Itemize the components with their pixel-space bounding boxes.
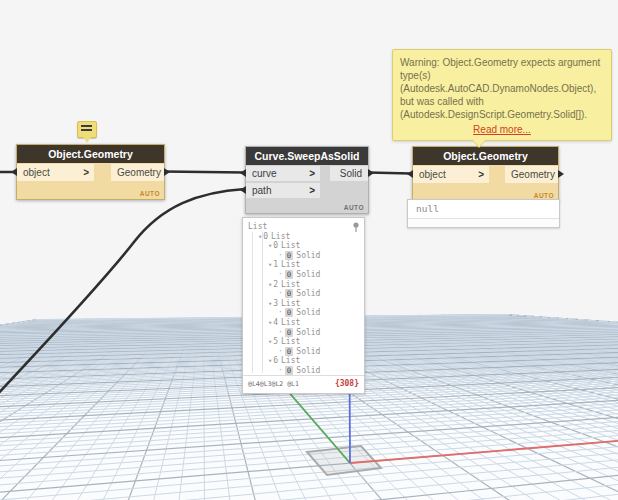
item-label: Solid (296, 270, 320, 279)
list-preview-row[interactable]: ·0Solid (243, 347, 364, 357)
read-more-link[interactable]: Read more... (400, 124, 604, 135)
expander-arrow-icon[interactable]: ▾ (268, 338, 272, 346)
item-label: List (281, 241, 300, 250)
item-label: List (281, 260, 300, 269)
output-port-geometry[interactable]: Geometry (111, 164, 164, 181)
lacing-badge[interactable]: AUTO (140, 190, 160, 197)
list-preview-bubble[interactable]: List▾0List▾0List·0Solid▾1List·0Solid▾2Li… (242, 217, 365, 394)
item-index-badge: 0 (285, 270, 294, 279)
workspace-canvas[interactable]: Object.Geometry object > Geometry AUTO C… (0, 0, 618, 500)
item-label: Solid (296, 347, 320, 356)
input-nub-icon[interactable] (240, 186, 246, 194)
warning-tooltip: Warning: Object.Geometry expects argumen… (392, 49, 612, 141)
list-levels-label[interactable]: @L4@L3@L2 @L1 (248, 380, 299, 388)
chevron-right-icon: > (478, 166, 484, 183)
list-preview-rows[interactable]: List▾0List▾0List·0Solid▾1List·0Solid▾2Li… (243, 218, 364, 375)
expander-arrow-icon[interactable]: ▾ (268, 281, 272, 289)
item-label: Solid (296, 289, 320, 298)
note-line (81, 129, 92, 131)
item-label: Solid (296, 328, 320, 337)
list-preview-row[interactable]: ·0Solid (243, 270, 364, 280)
item-label: Solid (296, 366, 320, 375)
comment-note-icon[interactable] (77, 121, 97, 138)
note-tail (83, 137, 91, 143)
list-preview-row[interactable]: ▾5List (243, 337, 364, 347)
list-preview-footer: @L4@L3@L2 @L1 {308} (243, 375, 364, 391)
wire-solid-to-object[interactable] (368, 173, 411, 174)
list-preview-row[interactable]: List (243, 222, 364, 232)
item-label: Solid (296, 251, 320, 260)
item-index-badge: 0 (285, 328, 294, 337)
list-preview-row[interactable]: ▾2List (243, 280, 364, 290)
list-index: 0 (273, 241, 278, 250)
expander-arrow-icon[interactable]: ▾ (268, 357, 272, 365)
expander-arrow-icon[interactable]: ▾ (258, 233, 262, 241)
item-label: List (281, 337, 300, 346)
list-preview-row[interactable]: ▾6List (243, 356, 364, 366)
list-index: 6 (273, 356, 278, 365)
input-nub-icon[interactable] (11, 168, 17, 176)
expander-arrow-icon[interactable]: ▾ (268, 319, 272, 327)
item-label: List (281, 299, 300, 308)
list-preview-row[interactable]: ▾3List (243, 299, 364, 309)
output-port-geometry[interactable]: Geometry (505, 166, 558, 183)
item-bullet-icon: · (278, 308, 283, 317)
input-port-object[interactable]: object > (413, 166, 489, 183)
list-index: 0 (263, 232, 268, 241)
item-bullet-icon: · (278, 270, 283, 279)
item-index-badge: 0 (285, 289, 294, 298)
item-bullet-icon: · (278, 347, 283, 356)
list-index: 1 (273, 260, 278, 269)
item-bullet-icon: · (278, 289, 283, 298)
node-title[interactable]: Object.Geometry (413, 147, 558, 165)
note-line (81, 125, 92, 127)
item-index-badge: 0 (285, 308, 294, 317)
output-port-solid[interactable]: Solid (330, 166, 368, 181)
wire-geometry-to-curve[interactable] (163, 172, 245, 173)
output-nub-icon[interactable] (164, 168, 170, 176)
lacing-badge[interactable]: AUTO (344, 204, 364, 211)
list-index: 4 (273, 318, 278, 327)
node-title[interactable]: Curve.SweepAsSolid (246, 147, 368, 165)
list-index: 2 (273, 280, 278, 289)
input-port-object[interactable]: object > (17, 164, 94, 181)
item-label: List (281, 280, 300, 289)
node-object-geometry-right[interactable]: Object.Geometry object > Geometry AUTO (412, 146, 559, 202)
list-preview-row[interactable]: ·0Solid (243, 366, 364, 375)
list-preview-row[interactable]: ·0Solid (243, 308, 364, 318)
expander-arrow-icon[interactable]: ▾ (268, 242, 272, 250)
item-label: List (281, 318, 300, 327)
list-preview-row[interactable]: ▾0List (243, 241, 364, 251)
item-bullet-icon: · (278, 366, 283, 375)
list-preview-row[interactable]: ·0Solid (243, 251, 364, 261)
output-nub-icon[interactable] (368, 169, 374, 177)
warning-text: Warning: Object.Geometry expects argumen… (400, 56, 604, 121)
tooltip-tail (473, 140, 485, 147)
input-port-curve[interactable]: curve > (246, 166, 320, 181)
null-value: null (408, 200, 559, 219)
expander-arrow-icon[interactable]: ▾ (268, 300, 272, 308)
node-object-geometry-left[interactable]: Object.Geometry object > Geometry AUTO (16, 144, 165, 200)
watch-preview-null: null (407, 199, 560, 228)
list-preview-row[interactable]: ·0Solid (243, 328, 364, 338)
chevron-right-icon: > (83, 164, 89, 181)
list-index: 3 (273, 299, 278, 308)
item-label: List (281, 356, 300, 365)
output-nub-icon[interactable] (558, 170, 564, 178)
list-preview-row[interactable]: ▾0List (243, 232, 364, 242)
item-index-badge: 0 (285, 251, 294, 260)
list-preview-row[interactable]: ·0Solid (243, 289, 364, 299)
node-curve-sweepassolid[interactable]: Curve.SweepAsSolid curve > path > Solid … (245, 146, 369, 214)
input-nub-icon[interactable] (407, 170, 413, 178)
input-port-path[interactable]: path > (246, 183, 320, 198)
node-title[interactable]: Object.Geometry (17, 145, 164, 163)
item-bullet-icon: · (278, 328, 283, 337)
list-preview-row[interactable]: ▾1List (243, 260, 364, 270)
lacing-badge[interactable]: AUTO (534, 192, 554, 199)
item-count-label: {308} (335, 379, 359, 388)
expander-arrow-icon[interactable]: ▾ (268, 261, 272, 269)
item-index-badge: 0 (285, 347, 294, 356)
input-nub-icon[interactable] (240, 169, 246, 177)
item-label: List (248, 222, 267, 231)
list-preview-row[interactable]: ▾4List (243, 318, 364, 328)
